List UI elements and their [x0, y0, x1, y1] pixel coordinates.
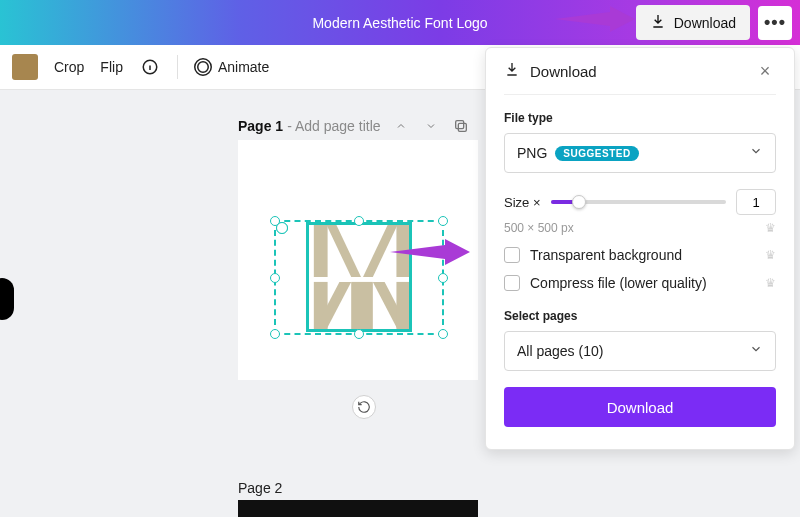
file-type-select[interactable]: PNG SUGGESTED — [504, 133, 776, 173]
size-slider[interactable] — [551, 194, 727, 210]
canvas-page-1[interactable] — [238, 140, 478, 380]
dimensions-text: 500 × 500 px — [504, 221, 574, 235]
animate-icon — [194, 58, 212, 76]
page-down-icon[interactable] — [421, 116, 441, 136]
close-icon[interactable]: × — [754, 60, 776, 82]
page-up-icon[interactable] — [391, 116, 411, 136]
page-2-label: Page 2 — [238, 480, 282, 496]
compress-checkbox[interactable] — [504, 275, 520, 291]
top-bar: Modern Aesthetic Font Logo Download ••• — [0, 0, 800, 45]
download-panel-title: Download — [530, 63, 597, 80]
svg-rect-5 — [455, 121, 463, 129]
rotate-handle[interactable] — [352, 395, 376, 419]
crop-button[interactable]: Crop — [54, 59, 84, 75]
duplicate-page-icon[interactable] — [451, 116, 471, 136]
download-icon — [650, 13, 666, 32]
download-button-label: Download — [674, 15, 736, 31]
download-panel-icon — [504, 61, 520, 81]
page-header: Page 1 - Add page title — [238, 116, 471, 136]
flip-button[interactable]: Flip — [100, 59, 123, 75]
page-number: Page 1 — [238, 118, 283, 134]
size-label: Size × — [504, 195, 541, 210]
animate-button[interactable]: Animate — [194, 58, 269, 76]
suggested-badge: SUGGESTED — [555, 146, 638, 161]
more-icon: ••• — [764, 12, 786, 33]
compress-label: Compress file (lower quality) — [530, 275, 707, 291]
chevron-down-icon — [749, 144, 763, 162]
canvas-page-2[interactable] — [238, 500, 478, 517]
side-panel-toggle[interactable] — [0, 278, 14, 320]
chevron-down-icon — [749, 342, 763, 360]
file-type-label: File type — [504, 111, 776, 125]
transparent-bg-checkbox[interactable] — [504, 247, 520, 263]
size-input[interactable] — [736, 189, 776, 215]
document-title: Modern Aesthetic Font Logo — [312, 15, 487, 31]
select-pages-label: Select pages — [504, 309, 776, 323]
toolbar-divider — [177, 55, 178, 79]
more-button[interactable]: ••• — [758, 6, 792, 40]
selection-box-outer[interactable] — [274, 220, 444, 335]
select-pages-dropdown[interactable]: All pages (10) — [504, 331, 776, 371]
transparent-bg-label: Transparent background — [530, 247, 682, 263]
info-icon[interactable] — [139, 56, 161, 78]
crown-icon: ♛ — [765, 276, 776, 290]
download-confirm-button[interactable]: Download — [504, 387, 776, 427]
crown-icon: ♛ — [765, 248, 776, 262]
svg-point-2 — [198, 62, 209, 73]
page-title-placeholder[interactable]: - Add page title — [287, 118, 380, 134]
crown-icon: ♛ — [765, 221, 776, 235]
select-pages-value: All pages (10) — [517, 343, 603, 359]
file-type-value: PNG — [517, 145, 547, 161]
color-swatch[interactable] — [12, 54, 38, 80]
download-panel: Download × File type PNG SUGGESTED Size … — [485, 47, 795, 450]
animate-label: Animate — [218, 59, 269, 75]
svg-rect-4 — [458, 123, 466, 131]
download-button[interactable]: Download — [636, 5, 750, 40]
